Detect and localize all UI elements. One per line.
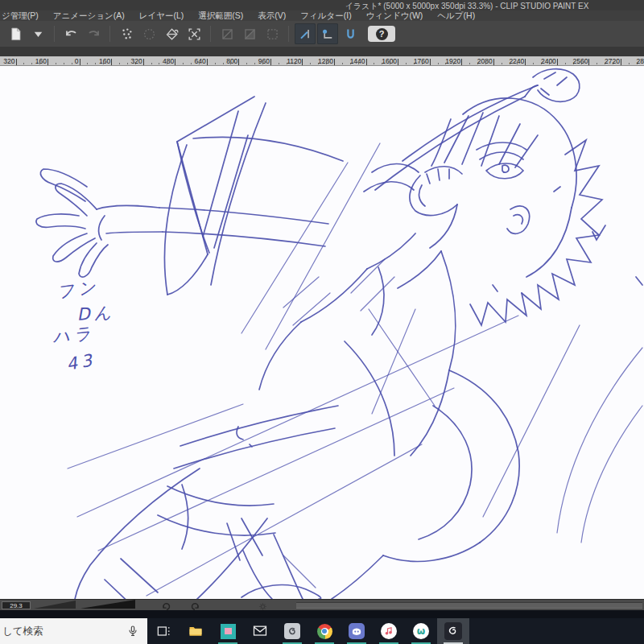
canvas-sketch: フンDんハラ43 <box>0 66 644 599</box>
sketch-stroke <box>163 232 325 246</box>
sketch-stroke <box>159 208 328 224</box>
sketch-stroke <box>283 277 319 308</box>
discord-icon <box>349 623 365 639</box>
sketch-stroke <box>507 206 530 233</box>
toolbar-separator <box>210 26 211 42</box>
title-bar: イラスト* (5000 x 5000px 350dpi 33.3%) - CLI… <box>0 0 644 10</box>
menu-item-5[interactable]: フィルター(I) <box>293 10 358 22</box>
ruler-label: 1440 <box>341 57 365 65</box>
menu-item-1[interactable]: アニメーション(A) <box>46 10 132 22</box>
clear-outside-selection-button[interactable] <box>138 23 159 44</box>
sketch-stroke <box>98 388 454 551</box>
ruler-label: 1760 <box>405 57 429 65</box>
menu-item-0[interactable]: ジ管理(P) <box>0 10 46 22</box>
sketch-stroke <box>525 85 538 97</box>
ruler-label: 1280 <box>309 57 333 65</box>
sketch-stroke <box>283 555 316 588</box>
sketch-stroke <box>367 233 415 269</box>
sketch-stroke <box>449 370 519 543</box>
ruler-major-tick <box>493 59 494 65</box>
help-button[interactable]: ? <box>368 26 395 42</box>
taskbar-app-file-explorer[interactable] <box>180 618 212 644</box>
sketch-stroke <box>266 143 380 349</box>
selection-border-button[interactable] <box>262 23 283 44</box>
sketch-stroke <box>369 309 435 406</box>
microphone-icon[interactable] <box>126 625 139 638</box>
horizontal-scrollbar[interactable] <box>296 602 642 609</box>
horizontal-ruler[interactable]: 3201600160320480640800960112012801440160… <box>0 56 644 66</box>
question-mark-icon: ? <box>376 28 388 40</box>
taskbar-app-clip-studio-paint[interactable] <box>437 618 469 644</box>
ring-icon <box>142 27 157 42</box>
sketch-stroke <box>541 72 567 95</box>
sketch-stroke <box>177 97 254 254</box>
dots-icon <box>119 27 134 42</box>
photos-app-icon <box>221 624 236 639</box>
undo-button[interactable] <box>60 23 81 44</box>
drawing-canvas[interactable]: フンDんハラ43 <box>0 66 644 599</box>
deselect-button[interactable] <box>217 23 237 44</box>
invert-selection-button[interactable] <box>239 23 260 44</box>
toolbar-separator <box>54 26 55 42</box>
ruler-label: 2720 <box>596 57 620 65</box>
sketch-stroke <box>410 175 457 216</box>
menu-item-6[interactable]: ウィンドウ(W) <box>359 10 431 22</box>
page-selector-button[interactable] <box>5 23 26 44</box>
sketch-note-line: ハラ <box>52 324 96 347</box>
menu-bar: ジ管理(P)アニメーション(A)レイヤー(L)選択範囲(S)表示(V)フィルター… <box>0 10 644 21</box>
zoom-slider-ramp[interactable] <box>34 601 76 609</box>
toolbar-empty-strip <box>0 47 644 56</box>
zoom-slider-ramp-large[interactable] <box>80 600 135 609</box>
taskbar-app-task-view[interactable] <box>147 618 180 644</box>
snap-to-ruler-button[interactable] <box>295 23 316 44</box>
menu-item-2[interactable]: レイヤー(L) <box>132 10 192 22</box>
ruler-label: 2560 <box>564 57 588 65</box>
sketch-stroke <box>636 277 642 285</box>
snap-to-special-ruler-button[interactable] <box>317 23 338 44</box>
snapruler-icon <box>298 27 313 42</box>
sketch-stroke <box>351 259 385 293</box>
caret-icon <box>31 27 46 42</box>
slashsq-icon <box>220 27 235 42</box>
sketch-stroke <box>99 216 105 240</box>
zoom-value[interactable]: 29.3 <box>2 601 31 609</box>
windows-taskbar: して検索 ω <box>0 618 644 644</box>
undo-icon <box>64 27 79 42</box>
taskbar-app-clip-studio-launcher[interactable] <box>276 618 308 644</box>
ruler-major-tick <box>557 59 558 65</box>
redo-button[interactable] <box>83 23 104 44</box>
ruler-major-tick <box>398 59 398 65</box>
taskbar-app-mail-app[interactable] <box>244 618 276 644</box>
menu-item-3[interactable]: 選択範囲(S) <box>191 10 250 22</box>
taskbar-app-chrome[interactable] <box>308 618 341 644</box>
menu-item-7[interactable]: ヘルプ(H) <box>430 10 482 22</box>
sketch-stroke <box>203 111 238 237</box>
sketch-stroke <box>477 142 526 150</box>
ruler-major-tick <box>588 59 589 65</box>
snap-to-grid-button[interactable] <box>340 23 361 44</box>
sketch-stroke <box>121 559 158 592</box>
sketch-stroke <box>68 404 243 469</box>
taskbar-app-music-app[interactable] <box>373 618 405 644</box>
transform-icon <box>187 27 202 42</box>
mail-icon <box>252 623 268 639</box>
sketch-stroke <box>174 428 335 469</box>
ruler-label: 800 <box>213 57 237 65</box>
sketch-stroke <box>345 341 394 456</box>
menu-item-4[interactable]: 表示(V) <box>250 10 293 22</box>
transform-button[interactable] <box>184 23 204 44</box>
ruler-major-tick <box>111 59 112 65</box>
ruler-label: 320 <box>118 57 142 65</box>
taskbar-app-discord[interactable] <box>341 618 373 644</box>
sketch-stroke <box>259 322 301 390</box>
taskbar-app-wacom-center[interactable]: ω <box>405 618 437 644</box>
taskbar-search[interactable]: して検索 <box>0 618 147 644</box>
page-dropdown-button[interactable] <box>27 23 48 44</box>
sketch-stroke <box>372 164 419 173</box>
sketch-stroke <box>97 205 159 209</box>
clear-button[interactable] <box>116 23 137 44</box>
taskbar-app-photos-app[interactable] <box>212 618 244 644</box>
fill-button[interactable] <box>161 23 182 44</box>
ruler-label: 1600 <box>373 57 397 65</box>
ruler-major-tick <box>80 59 80 65</box>
